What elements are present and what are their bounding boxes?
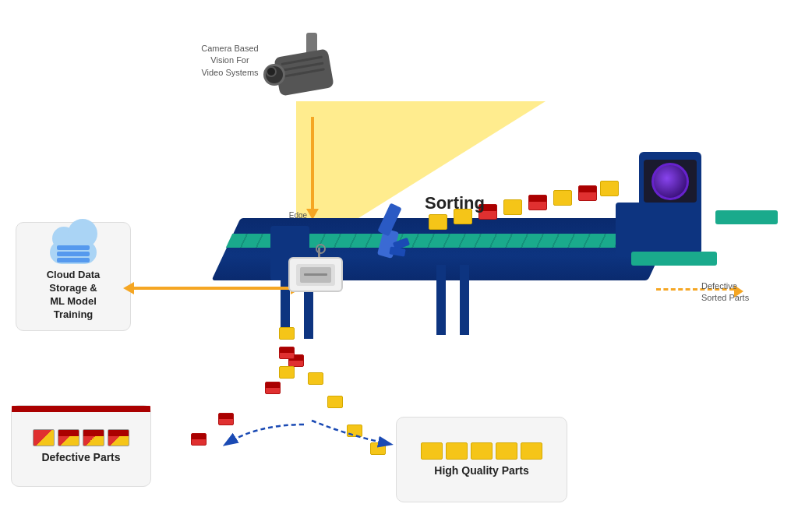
conveyor-leg-3 <box>436 265 446 335</box>
scattered-part-2 <box>265 382 281 394</box>
quality-parts-row <box>421 442 542 460</box>
scan-screen <box>644 160 697 203</box>
defective-part-icon-1 <box>33 429 55 446</box>
quality-part-icon-3 <box>471 442 493 460</box>
drop-part-2 <box>279 347 295 359</box>
server-bar-3 <box>57 258 90 262</box>
defective-part-icon-2 <box>58 429 79 446</box>
conveyor-leg-4 <box>460 265 469 335</box>
scan-right-arm <box>715 210 778 224</box>
belt-part-5 <box>528 195 547 210</box>
quality-label: High Quality Parts <box>434 464 528 477</box>
drop-part-1 <box>279 327 295 340</box>
quality-part-icon-4 <box>496 442 517 460</box>
belt-part-1 <box>429 214 447 230</box>
quality-path-svg <box>273 413 429 460</box>
iot-device-screen <box>296 264 335 286</box>
scan-base <box>631 252 717 266</box>
cloud-label: Cloud DataStorage &ML ModelTraining <box>47 269 101 322</box>
server-stack <box>57 245 90 262</box>
cloud-data-box: Cloud DataStorage &ML ModelTraining <box>16 222 131 331</box>
camera-to-device-arrow <box>311 117 314 210</box>
sorting-label: Sorting <box>425 193 485 213</box>
server-bar-2 <box>57 252 90 256</box>
defect-right-label: DefectiveSorted Parts <box>701 280 779 305</box>
quality-part-icon-2 <box>446 442 468 460</box>
main-scene: Camera Based Vision For Video Systems Ed… <box>0 0 798 532</box>
camera-label: Camera Based Vision For Video Systems <box>187 43 273 79</box>
cloud-icon-container <box>46 231 101 264</box>
belt-part-6 <box>553 190 572 206</box>
quality-part-icon-5 <box>521 442 542 460</box>
iot-device <box>288 257 343 292</box>
belt-part-8 <box>600 181 619 196</box>
cloud-bubble-2 <box>68 219 97 248</box>
scan-circle <box>651 163 689 200</box>
cloud-device-arrow <box>132 287 292 290</box>
drop-part-3 <box>279 366 295 379</box>
belt-part-7 <box>578 185 597 201</box>
server-bar-1 <box>57 245 90 250</box>
belt-part-4 <box>503 199 522 215</box>
scattered-part-yellow-1 <box>308 372 323 385</box>
